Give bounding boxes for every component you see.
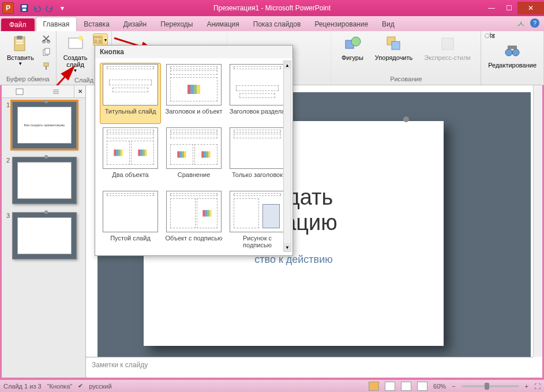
arrange-button[interactable]: Упорядочить: [372, 32, 416, 63]
layout-two-content[interactable]: Два объекта: [100, 126, 161, 187]
group-drawing: Фигуры Упорядочить Экспресс-стили Рисова…: [331, 31, 481, 85]
layout-blank[interactable]: Пустой слайд: [100, 190, 161, 251]
layout-picture-with-caption[interactable]: Рисунок с подписью: [227, 190, 288, 251]
status-language[interactable]: русский: [89, 383, 111, 390]
zoom-percent[interactable]: 60%: [433, 383, 446, 390]
format-painter-icon[interactable]: [40, 60, 52, 73]
tab-insert[interactable]: Вставка: [77, 17, 117, 31]
thumbnail-3[interactable]: 3: [4, 212, 83, 259]
status-bar: Слайд 1 из 3 "Кнопка" ✔ русский 60% − + …: [0, 379, 544, 392]
tab-review[interactable]: Рецензирование: [307, 17, 375, 31]
layout-content-with-caption[interactable]: Объект с подписью: [163, 190, 224, 251]
notes-pane[interactable]: Заметки к слайду: [86, 357, 533, 378]
svg-rect-26: [508, 46, 517, 49]
tab-transitions[interactable]: Переходы: [153, 17, 200, 31]
thumbnail-number: 2: [4, 157, 12, 204]
layout-label: Рисунок с подписью: [228, 235, 287, 250]
layout-grid: Титульный слайд Заголовок и объект Загол…: [95, 58, 292, 255]
zoom-in-icon[interactable]: +: [525, 383, 528, 390]
shapes-label: Фигуры: [342, 54, 363, 61]
layout-title-only[interactable]: Только заголовок: [227, 126, 288, 187]
layout-icon: [93, 36, 103, 44]
copy-icon[interactable]: [40, 46, 52, 59]
app-icon: P: [2, 2, 14, 14]
new-slide-button[interactable]: Создать слайд ▼: [60, 32, 91, 76]
zoom-out-icon[interactable]: −: [452, 383, 455, 390]
thumbnail-2[interactable]: 2: [4, 157, 83, 204]
tab-file[interactable]: Файл: [1, 18, 35, 31]
quick-styles-label: Экспресс-стили: [424, 54, 470, 61]
view-sorter-icon[interactable]: [385, 382, 395, 391]
chevron-down-icon: ▼: [103, 38, 107, 42]
thumbnail-1[interactable]: 1 Как создать презентацию: [4, 101, 83, 149]
scroll-down-icon[interactable]: ▼: [284, 243, 291, 251]
vertical-scrollbar[interactable]: [533, 85, 542, 357]
save-icon[interactable]: [18, 2, 30, 14]
group-editing: ांड Редактирование: [481, 31, 544, 85]
svg-rect-22: [392, 42, 400, 50]
fit-to-window-icon[interactable]: ⛶: [534, 383, 541, 390]
popup-scrollbar[interactable]: ▲ ▼: [283, 61, 291, 252]
shapes-button[interactable]: Фигуры: [338, 32, 367, 63]
ribbon-minimize-icon[interactable]: ㅅ: [516, 18, 526, 31]
slide-thumbnails-pane: ✕ 1 Как создать презентацию 2 3: [2, 85, 86, 378]
svg-rect-4: [17, 36, 22, 39]
paste-label: Вставить: [7, 54, 34, 61]
scroll-up-icon[interactable]: ▲: [284, 61, 291, 69]
thumbnails-list[interactable]: 1 Как создать презентацию 2 3: [2, 98, 85, 378]
title-bar: P ▾ Презентация1 - Microsoft PowerPoint …: [0, 0, 544, 16]
layout-section-header[interactable]: Заголовок раздела: [227, 63, 288, 124]
svg-rect-17: [95, 39, 97, 43]
new-slide-label: Создать слайд: [63, 54, 88, 68]
spellcheck-icon[interactable]: ✔: [78, 382, 83, 390]
thumbnail-number: 3: [4, 212, 12, 259]
tab-slideshow[interactable]: Показ слайдов: [246, 17, 308, 31]
help-icon[interactable]: ?: [530, 18, 539, 28]
tab-home[interactable]: Главная: [36, 17, 77, 31]
window-title: Презентация1 - Microsoft PowerPoint: [213, 4, 331, 12]
slide-layout-button[interactable]: ▼: [93, 33, 108, 46]
svg-rect-10: [45, 48, 50, 54]
redo-icon[interactable]: [44, 2, 55, 14]
svg-rect-29: [16, 89, 23, 95]
maximize-button[interactable]: ☐: [500, 2, 517, 14]
tab-view[interactable]: Вид: [375, 17, 402, 31]
layout-label: Только заголовок: [232, 171, 283, 186]
layout-label: Пустой слайд: [110, 235, 151, 250]
minimize-button[interactable]: —: [483, 2, 500, 14]
view-reading-icon[interactable]: [401, 382, 411, 391]
thumbnail-1-content: Как создать презентацию: [17, 107, 72, 144]
zoom-slider[interactable]: [462, 385, 519, 387]
editing-label: Редактирование: [488, 62, 537, 69]
arrange-label: Упорядочить: [375, 54, 412, 61]
ribbon-tabs: Файл Главная Вставка Дизайн Переходы Ани…: [0, 16, 544, 31]
view-slideshow-icon[interactable]: [417, 382, 427, 391]
thumbnails-tab-slides[interactable]: [2, 85, 38, 97]
chevron-down-icon: ▼: [18, 61, 22, 66]
layout-title-and-content[interactable]: Заголовок и объект: [163, 63, 224, 124]
close-button[interactable]: ✕: [517, 2, 544, 14]
paste-button[interactable]: Вставить ▼: [3, 32, 37, 69]
thumbnails-tabs: ✕: [2, 85, 85, 98]
window-controls: — ☐ ✕: [483, 2, 544, 14]
tab-design[interactable]: Дизайн: [117, 17, 153, 31]
thumbnails-close-icon[interactable]: ✕: [74, 85, 85, 97]
svg-point-25: [512, 49, 519, 56]
thumbnails-tab-outline[interactable]: [38, 85, 74, 97]
layout-label: Два объекта: [112, 171, 148, 186]
layout-popup-title: Кнопка: [95, 46, 292, 58]
find-button[interactable]: Редактирование: [485, 40, 540, 71]
quick-access-toolbar: ▾: [18, 2, 68, 14]
layout-title-slide[interactable]: Титульный слайд: [100, 63, 161, 124]
undo-icon[interactable]: [31, 2, 43, 14]
layout-comparison[interactable]: Сравнение: [163, 126, 224, 187]
binoculars-icon: [503, 42, 522, 61]
qat-customize-icon[interactable]: ▾: [57, 2, 68, 14]
svg-rect-23: [442, 38, 453, 50]
view-normal-icon[interactable]: [369, 382, 379, 391]
group-clipboard: Вставить ▼ Буфер обмена: [0, 31, 57, 85]
tab-animation[interactable]: Анимация: [200, 17, 246, 31]
thumbnail-number: 1: [4, 101, 12, 149]
cut-icon[interactable]: [40, 32, 52, 45]
svg-rect-6: [16, 43, 23, 44]
